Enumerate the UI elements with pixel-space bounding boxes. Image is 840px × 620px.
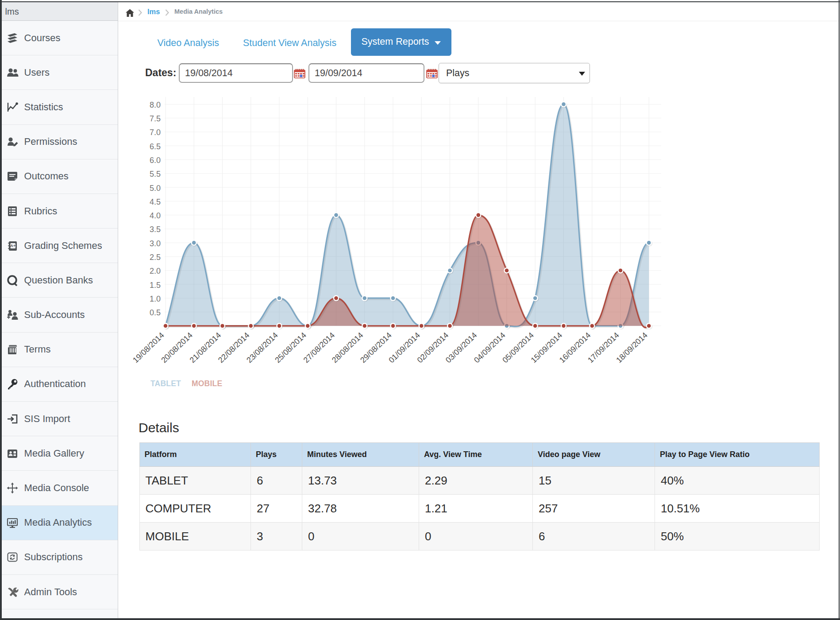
svg-text:1.0: 1.0 <box>150 294 161 303</box>
svg-text:3.0: 3.0 <box>150 239 161 248</box>
svg-text:A+: A+ <box>10 243 16 248</box>
svg-text:4.5: 4.5 <box>150 198 161 206</box>
svg-text:2.5: 2.5 <box>150 253 161 262</box>
svg-text:5.5: 5.5 <box>150 170 161 178</box>
svg-text:TABLET: TABLET <box>150 379 181 388</box>
svg-text:6.5: 6.5 <box>150 142 161 151</box>
svg-text:18/09/2014: 18/09/2014 <box>614 330 649 364</box>
svg-text:MOBILE: MOBILE <box>192 379 222 388</box>
svg-text:0.5: 0.5 <box>150 308 161 317</box>
svg-text:7.5: 7.5 <box>150 114 161 123</box>
svg-text:2.0: 2.0 <box>150 267 161 275</box>
svg-text:1.5: 1.5 <box>150 281 161 290</box>
svg-text:6.0: 6.0 <box>150 156 161 165</box>
svg-text:8.0: 8.0 <box>150 101 161 109</box>
svg-text:7.0: 7.0 <box>150 128 161 137</box>
svg-text:3.5: 3.5 <box>150 225 161 234</box>
svg-text:5.0: 5.0 <box>150 184 161 193</box>
svg-text:4.0: 4.0 <box>150 211 161 220</box>
